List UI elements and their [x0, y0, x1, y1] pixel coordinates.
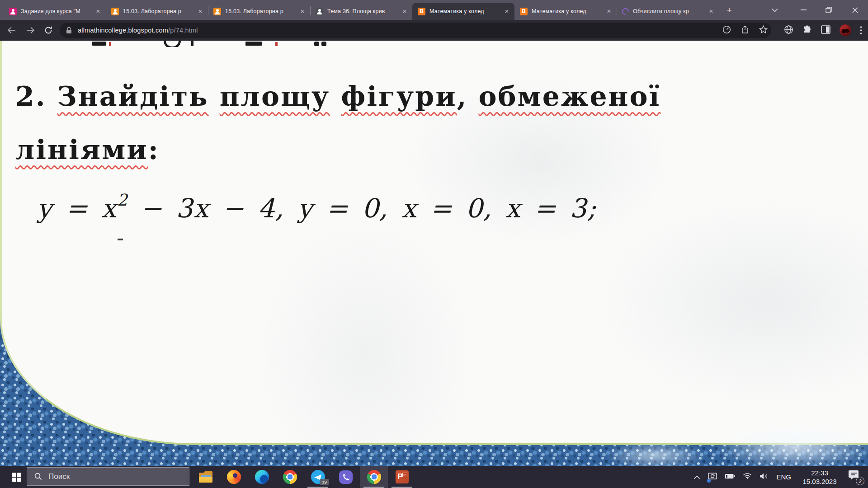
taskbar-clock[interactable]: 22:33 15.03.2023	[799, 469, 840, 486]
globe-icon[interactable]	[784, 25, 793, 36]
person-favicon-icon	[111, 8, 119, 15]
profile-avatar[interactable]	[840, 24, 851, 36]
misspelled-word: площу	[220, 80, 330, 112]
heading-text: :	[148, 134, 160, 165]
taskbar-app-chrome[interactable]	[360, 466, 388, 488]
loading-spinner-icon	[621, 6, 630, 16]
blogger-favicon-icon: B	[418, 8, 425, 15]
clipped-equation-fragments	[2, 41, 868, 47]
tab-label: Математика у колед	[429, 8, 503, 14]
screen: Задания для курса "М×15.03. Лабораторна …	[0, 0, 868, 488]
tab-search-chevron-button[interactable]	[766, 0, 784, 20]
misspelled-word: лініями	[15, 134, 148, 165]
clock-date: 15.03.2023	[799, 477, 840, 486]
notification-center-button[interactable]: 2	[848, 469, 863, 485]
tray-chevron-up-icon[interactable]	[693, 473, 700, 481]
firefox-icon	[227, 470, 241, 484]
powerpoint-icon: P	[396, 470, 409, 483]
url-text: allmathincollege.blogspot.com/p/74.html	[78, 27, 198, 34]
tab[interactable]: BМатематика у колед×	[514, 3, 617, 20]
url-domain: allmathincollege.blogspot.com	[78, 27, 168, 34]
tab-label: Задания для курса "М	[21, 8, 94, 14]
search-placeholder: Поиск	[48, 472, 70, 481]
tab[interactable]: Задания для курса "М×	[4, 3, 106, 20]
system-tray: ENG 22:33 15.03.2023 2	[693, 466, 868, 488]
new-tab-button[interactable]: +	[723, 5, 735, 16]
tab[interactable]: 15.03. Лабораторна р×	[106, 3, 208, 20]
tab-close-icon[interactable]: ×	[94, 7, 102, 15]
formula-text: − 3x − 4, y = 0, x = 0, x = 3;	[127, 193, 597, 224]
taskbar-app-file-explorer[interactable]	[192, 466, 220, 488]
blogger-favicon-icon: B	[520, 8, 528, 15]
back-button[interactable]	[5, 23, 18, 37]
language-indicator[interactable]: ENG	[776, 473, 791, 481]
tab-close-icon[interactable]: ×	[503, 7, 511, 15]
tab[interactable]: Тема 36. Площа крив×	[310, 3, 412, 20]
unread-count-badge: 19	[320, 479, 329, 485]
window-restore-button[interactable]	[820, 0, 838, 20]
tab-label: Тема 36. Площа крив	[327, 8, 401, 14]
taskbar-app-chrome[interactable]	[276, 466, 304, 488]
taskbar-app-viber[interactable]	[332, 466, 360, 488]
problem-formula: y = x2 − 3x − 4, y = 0, x = 0, x = 3;	[37, 191, 597, 224]
wifi-icon[interactable]	[743, 473, 752, 481]
address-bar[interactable]: allmathincollege.blogspot.com/p/74.html	[60, 23, 771, 38]
bookmark-star-icon[interactable]	[759, 25, 768, 35]
person-favicon-icon	[9, 8, 17, 15]
viber-icon	[339, 470, 353, 484]
formula-text: 2	[117, 191, 127, 209]
tabs-container: Задания для курса "М×15.03. Лабораторна …	[4, 3, 719, 20]
problem-heading-line2: лініями:	[15, 123, 660, 176]
start-button[interactable]	[6, 466, 26, 488]
scan-artifact-mark	[118, 239, 123, 240]
tab-close-icon[interactable]: ×	[196, 7, 204, 15]
volume-icon[interactable]	[760, 473, 769, 482]
battery-icon[interactable]	[725, 473, 735, 481]
tab-close-icon[interactable]: ×	[605, 7, 613, 15]
browser-toolbar: allmathincollege.blogspot.com/p/74.html	[0, 20, 868, 41]
taskbar-app-telegram[interactable]: 19	[304, 466, 332, 488]
side-panel-icon[interactable]	[821, 25, 830, 36]
tab-close-icon[interactable]: ×	[401, 7, 409, 15]
reload-button[interactable]	[42, 23, 55, 37]
heading-text: ,	[457, 80, 479, 112]
formula-text: y = x	[37, 193, 117, 224]
url-path: /p/74.html	[168, 27, 198, 34]
browser-menu-kebab-icon[interactable]	[860, 26, 862, 34]
windows-taskbar: Поиск 19P	[0, 466, 868, 488]
tab-label: 15.03. Лабораторна р	[225, 8, 298, 14]
forward-button[interactable]	[24, 23, 37, 37]
notification-count-badge: 2	[856, 477, 864, 485]
heading-text	[209, 80, 220, 112]
taskbar-app-powerpoint[interactable]: P	[388, 466, 416, 488]
page-content-sheet: 2. Знайдіть площу фігури, обмеженої ліні…	[0, 41, 868, 445]
lock-icon[interactable]	[66, 27, 72, 36]
tab-label: Математика у колед	[532, 8, 605, 14]
window-close-button[interactable]	[846, 0, 864, 20]
taskbar-app-firefox[interactable]	[220, 466, 248, 488]
window-minimize-button[interactable]	[794, 0, 812, 20]
chrome-icon	[367, 470, 381, 484]
clock-time: 22:33	[799, 469, 840, 477]
browser-tab-strip: Задания для курса "М×15.03. Лабораторна …	[0, 0, 868, 20]
misspelled-word: Знайдіть	[57, 80, 209, 112]
taskbar-search-input[interactable]: Поиск	[27, 467, 189, 486]
share-icon[interactable]	[741, 25, 749, 36]
tab-close-icon[interactable]: ×	[298, 7, 307, 15]
tab-label: Обчислити площу кр	[633, 8, 707, 14]
problem-heading: 2. Знайдіть площу фігури, обмеженої ліні…	[15, 70, 660, 176]
extensions-puzzle-icon[interactable]	[802, 25, 812, 36]
tab[interactable]: 15.03. Лабораторна р×	[208, 3, 310, 20]
search-icon	[34, 473, 42, 480]
performance-gauge-icon[interactable]	[722, 25, 731, 36]
taskbar-app-edge[interactable]	[248, 466, 276, 488]
taskbar-apps: 19P	[192, 466, 416, 488]
heading-text	[330, 80, 341, 112]
chrome-icon	[283, 470, 297, 484]
display-sync-icon[interactable]	[708, 473, 717, 482]
tab[interactable]: Обчислити площу кр×	[617, 3, 719, 20]
person-favicon-icon	[213, 8, 221, 15]
misspelled-word: обмеженої	[478, 80, 660, 112]
tab-close-icon[interactable]: ×	[707, 7, 715, 15]
tab[interactable]: BМатематика у колед×	[412, 3, 514, 20]
